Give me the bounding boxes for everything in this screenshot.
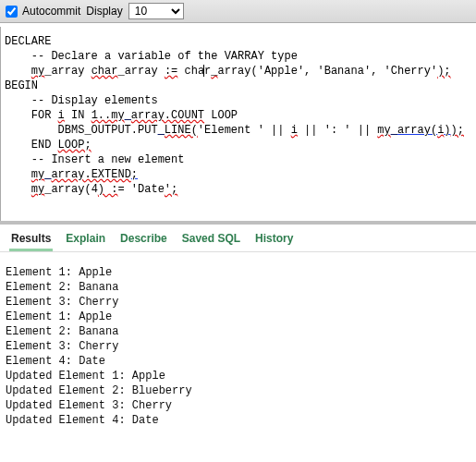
editor-line: my_array(4) := 'Date'; — [5, 182, 472, 197]
display-label: Display — [86, 5, 122, 18]
text-cursor — [203, 65, 204, 77]
editor-line: END LOOP; — [5, 138, 472, 152]
output-tabs: ResultsExplainDescribeSaved SQLHistory — [0, 226, 476, 252]
display-select[interactable]: 10 — [128, 3, 184, 19]
autocommit-control[interactable]: Autocommit — [6, 5, 80, 18]
autocommit-label: Autocommit — [22, 5, 80, 18]
autocommit-checkbox[interactable] — [6, 6, 18, 18]
editor-line: -- Declare a variable of the VARRAY type — [5, 49, 472, 64]
editor-line: FOR i IN 1..my_array.COUNT LOOP — [5, 108, 472, 123]
output-panel: ResultsExplainDescribeSaved SQLHistory E… — [0, 221, 476, 435]
editor-line: -- Display elements — [5, 93, 472, 108]
toolbar: Autocommit Display 10 — [0, 0, 476, 23]
tab-explain[interactable]: Explain — [64, 230, 107, 249]
results-output: Element 1: Apple Element 2: Banana Eleme… — [0, 252, 476, 435]
editor-line: DBMS_OUTPUT.PUT_LINE('Element ' || i || … — [5, 123, 472, 138]
editor-line: my_array.EXTEND; — [5, 167, 472, 182]
tab-history[interactable]: History — [253, 230, 295, 249]
sql-editor[interactable]: DECLARE -- Declare a variable of the VAR… — [0, 27, 476, 221]
tab-results[interactable]: Results — [9, 230, 53, 251]
tab-describe[interactable]: Describe — [118, 230, 169, 249]
editor-line: DECLARE — [5, 34, 472, 49]
editor-line: -- Insert a new element — [5, 152, 472, 167]
tab-saved-sql[interactable]: Saved SQL — [180, 230, 242, 249]
editor-line: my_array char_array := char_array('Apple… — [5, 64, 472, 79]
editor-line: BEGIN — [5, 79, 472, 93]
